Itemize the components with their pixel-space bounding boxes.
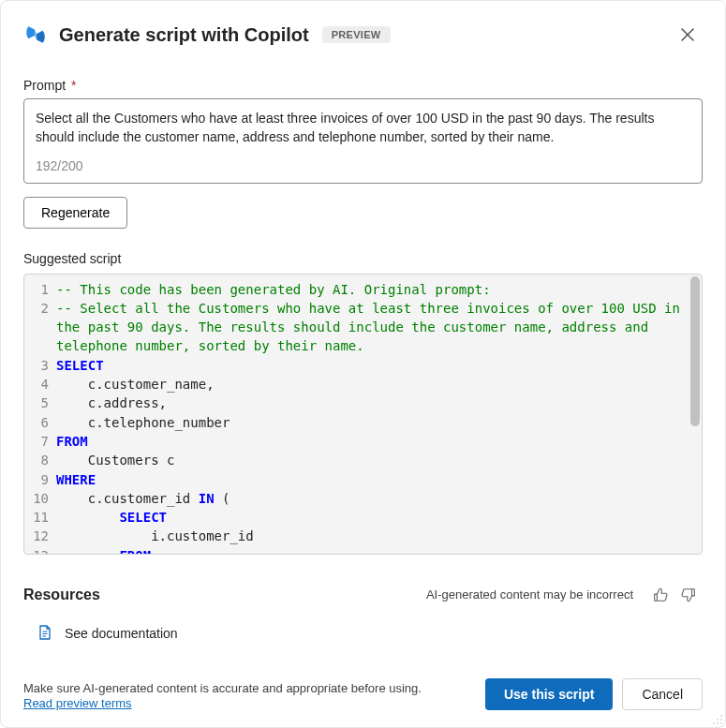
required-indicator: * (67, 78, 76, 93)
line-content: c.telephone_number (56, 413, 702, 432)
suggested-script-label: Suggested script (23, 251, 703, 266)
line-content: FROM (56, 432, 702, 451)
line-content: c.customer_id IN ( (56, 489, 702, 508)
line-content: -- Select all the Customers who have at … (56, 299, 702, 356)
svg-point-1 (717, 719, 719, 721)
thumbs-down-icon (680, 587, 697, 603)
dialog-header: Generate script with Copilot PREVIEW (1, 1, 725, 63)
ai-warning-text: AI-generated content may be incorrect (426, 587, 633, 602)
documentation-link-text: See documentation (65, 626, 178, 641)
scrollbar-thumb[interactable] (690, 276, 700, 426)
char-count: 192/200 (36, 158, 690, 173)
svg-point-4 (717, 722, 719, 724)
dialog-title: Generate script with Copilot (59, 24, 309, 46)
line-content: SELECT (56, 508, 702, 527)
thumbs-up-button[interactable] (646, 581, 674, 609)
line-content: SELECT (56, 356, 702, 375)
cancel-button[interactable]: Cancel (622, 678, 703, 710)
dialog-content: Prompt * Select all the Customers who ha… (1, 63, 725, 667)
line-number: 11 (24, 508, 56, 527)
resources-heading: Resources (23, 587, 100, 603)
line-number: 4 (24, 375, 56, 394)
code-line: 4 c.customer_name, (24, 375, 702, 394)
line-number: 8 (24, 451, 56, 469)
line-number: 2 (24, 299, 56, 356)
line-content: FROM (56, 546, 702, 554)
code-line: 13 FROM (24, 546, 702, 554)
line-number: 12 (24, 527, 56, 545)
prompt-input-container[interactable]: Select all the Customers who have at lea… (23, 98, 703, 184)
preview-badge: PREVIEW (322, 26, 391, 43)
thumbs-up-icon (652, 587, 669, 603)
line-number: 6 (24, 413, 56, 432)
code-line: 1-- This code has been generated by AI. … (24, 280, 702, 299)
code-line: 9WHERE (24, 470, 702, 489)
scrollbar[interactable] (690, 276, 700, 552)
line-content: i.customer_id (56, 527, 702, 545)
line-content: Customers c (56, 451, 702, 469)
line-content: WHERE (56, 470, 702, 489)
dialog-footer: Make sure AI-generated content is accura… (1, 667, 725, 727)
documentation-link[interactable]: See documentation (23, 624, 703, 644)
thumbs-down-button[interactable] (674, 581, 703, 609)
resize-handle[interactable] (710, 712, 723, 725)
close-button[interactable] (673, 20, 703, 50)
code-line: 11 SELECT (24, 508, 702, 527)
svg-point-0 (720, 715, 722, 717)
line-number: 7 (24, 432, 56, 451)
footer-disclaimer: Make sure AI-generated content is accura… (23, 681, 422, 710)
preview-terms-link[interactable]: Read preview terms (23, 696, 422, 710)
svg-point-3 (713, 722, 715, 724)
line-number: 9 (24, 470, 56, 489)
prompt-label-text: Prompt (23, 78, 66, 93)
disclaimer-text: Make sure AI-generated content is accura… (23, 681, 422, 695)
svg-point-5 (720, 722, 722, 724)
copilot-dialog: Generate script with Copilot PREVIEW Pro… (0, 0, 726, 728)
document-icon (37, 624, 53, 644)
code-line: 7FROM (24, 432, 702, 451)
line-number: 3 (24, 356, 56, 375)
prompt-input[interactable]: Select all the Customers who have at lea… (36, 109, 690, 147)
code-line: 2-- Select all the Customers who have at… (24, 299, 702, 356)
copilot-icon (23, 22, 48, 47)
regenerate-button[interactable]: Regenerate (23, 197, 127, 229)
code-lines[interactable]: 1-- This code has been generated by AI. … (24, 275, 702, 554)
close-icon (681, 28, 694, 41)
footer-buttons: Use this script Cancel (485, 678, 703, 710)
line-content: c.customer_name, (56, 375, 702, 394)
code-line: 6 c.telephone_number (24, 413, 702, 432)
code-line: 10 c.customer_id IN ( (24, 489, 702, 508)
resources-row: Resources AI-generated content may be in… (23, 581, 703, 609)
line-number: 10 (24, 489, 56, 508)
line-number: 5 (24, 394, 56, 412)
use-script-button[interactable]: Use this script (485, 678, 613, 710)
code-line: 3SELECT (24, 356, 702, 375)
line-number: 13 (24, 546, 56, 554)
code-line: 12 i.customer_id (24, 527, 702, 545)
code-editor[interactable]: 1-- This code has been generated by AI. … (23, 274, 703, 555)
line-number: 1 (24, 280, 56, 299)
line-content: -- This code has been generated by AI. O… (56, 280, 702, 299)
prompt-label: Prompt * (23, 78, 703, 93)
svg-point-2 (720, 719, 722, 721)
code-line: 5 c.address, (24, 394, 702, 412)
code-line: 8 Customers c (24, 451, 702, 469)
line-content: c.address, (56, 394, 702, 412)
